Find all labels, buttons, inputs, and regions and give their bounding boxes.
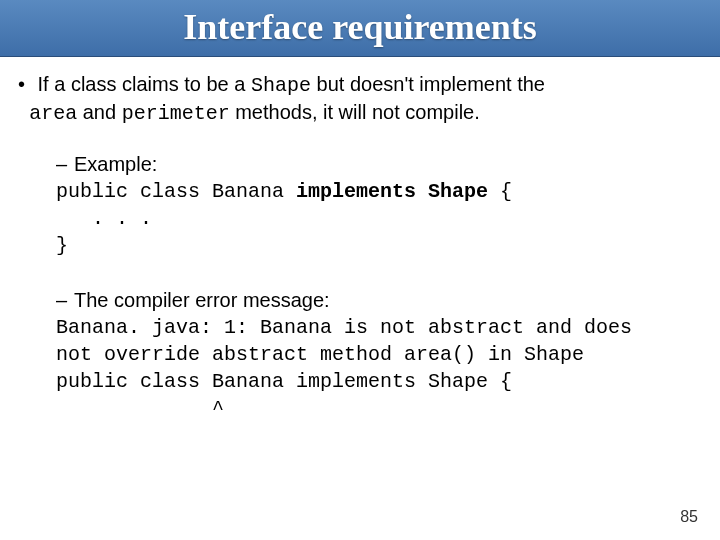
bullet-text-2: but doesn't implement the [311,73,545,95]
error-code: Banana. java: 1: Banana is not abstract … [56,314,702,422]
slide: Interface requirements • If a class clai… [0,0,720,540]
title-bar: Interface requirements [0,0,720,57]
code-inline-area: area [29,102,77,125]
sub-example: –Example: public class Banana implements… [56,153,702,259]
code-inline-shape: Shape [251,74,311,97]
slide-body: • If a class claims to be a Shape but do… [0,57,720,422]
code-inline-perimeter: perimeter [122,102,230,125]
slide-number: 85 [680,508,698,526]
bullet-text-1: If a class claims to be a [32,73,251,95]
bullet-text-3: and [77,101,121,123]
example-label: –Example: [56,153,702,176]
bullet-main: • If a class claims to be a Shape but do… [18,71,702,127]
bullet-text-4: methods, it will not compile. [230,101,480,123]
error-label: –The compiler error message: [56,289,702,312]
slide-title: Interface requirements [0,6,720,48]
example-code: public class Banana implements Shape { .… [56,178,702,259]
sub-error: –The compiler error message: Banana. jav… [56,289,702,422]
